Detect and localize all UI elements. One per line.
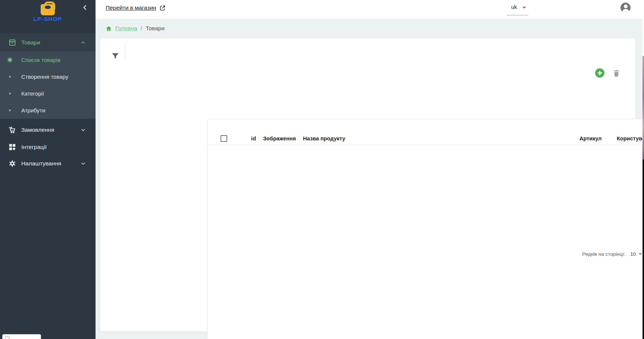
products-box-icon: [8, 38, 16, 47]
caret-down-icon: [522, 7, 526, 9]
bullet-icon: [8, 58, 12, 62]
column-header-category[interactable]: Користува...: [617, 136, 644, 141]
bullet-icon: [9, 76, 11, 78]
sidebar-item-attributes[interactable]: Атрибути: [0, 102, 96, 119]
screen-edge-artifact: [643, 0, 644, 339]
sidebar-divider: [0, 118, 96, 119]
sidebar-item-create-product[interactable]: Створення товару: [0, 68, 96, 85]
language-select[interactable]: uk: [507, 4, 528, 10]
language-value: uk: [507, 4, 517, 10]
pagination: Рядків на сторінці: 10 1–10 з 10: [207, 145, 644, 339]
sidebar-item-categories[interactable]: Категорії: [0, 85, 96, 102]
chevron-up-icon: [81, 40, 86, 45]
table-toolbar: ЕКСПОРТ: [207, 119, 644, 132]
column-header-sku[interactable]: Артикул: [579, 136, 602, 141]
sidebar-item-label: Атрибути: [21, 107, 45, 113]
sidebar-item-label: Категорії: [21, 90, 44, 97]
sidebar-group-label: Інтеграції: [21, 144, 47, 150]
caret-down-icon: [638, 253, 642, 255]
home-icon[interactable]: [106, 25, 112, 32]
sidebar-group-orders[interactable]: Замовлення: [0, 121, 96, 139]
breadcrumb-separator: /: [141, 25, 142, 32]
filter-funnel-icon[interactable]: [110, 51, 120, 61]
sidebar-group-label: Замовлення: [21, 127, 54, 133]
sidebar-collapse-button[interactable]: [80, 2, 90, 13]
bullet-icon: [9, 93, 11, 94]
rows-per-page-select[interactable]: 10: [630, 251, 642, 257]
shop-bag-logo-icon: [41, 4, 55, 15]
table-header-row: id Зображення Назва продукту Артикул Кор…: [207, 132, 644, 145]
filter-divider: [125, 42, 125, 60]
integrations-grid-icon: [8, 143, 16, 151]
sidebar-group-label: Налаштування: [21, 160, 61, 167]
sidebar-item-label: Створення товару: [21, 74, 68, 80]
topbar: Перейти в магазин uk: [96, 0, 644, 19]
external-link-icon: [159, 5, 166, 11]
go-to-shop-link[interactable]: Перейти в магазин: [106, 4, 166, 11]
sidebar-group-integrations[interactable]: Інтеграції: [0, 139, 96, 156]
chevron-down-icon: [81, 161, 86, 166]
chevron-down-icon: [81, 127, 86, 133]
add-product-button[interactable]: [595, 68, 604, 78]
sidebar-group-label: Товари: [21, 39, 40, 46]
translate-tooltip: [2, 334, 41, 339]
select-underline: [507, 15, 528, 15]
cart-plus-icon: [8, 126, 16, 134]
sidebar-group-settings[interactable]: Налаштування: [0, 155, 96, 172]
column-header-id[interactable]: id: [207, 136, 256, 141]
logo-text: LP-SHOP: [0, 16, 96, 22]
translate-icon: [5, 336, 9, 339]
column-header-name[interactable]: Назва продукту: [303, 136, 345, 141]
column-header-image[interactable]: Зображення: [263, 136, 296, 141]
sidebar: LP-SHOP Товари Список товарів Створення …: [0, 0, 96, 339]
delete-trash-icon[interactable]: [612, 69, 620, 78]
go-to-shop-label: Перейти в магазин: [106, 4, 156, 11]
chevron-left-icon: [82, 4, 88, 10]
breadcrumb: Головна / Товари: [106, 25, 165, 32]
bullet-icon: [9, 109, 11, 111]
sidebar-submenu-products: Список товарів Створення товару Категорі…: [0, 52, 96, 118]
products-panel: ЕКСПОРТ id Зображення Назва продукту Арт…: [100, 38, 635, 332]
sidebar-group-products[interactable]: Товари: [0, 33, 96, 52]
breadcrumb-home-link[interactable]: Головна: [115, 25, 137, 32]
account-avatar-icon[interactable]: [620, 3, 631, 13]
rows-per-page-value: 10: [630, 251, 636, 257]
sidebar-item-product-list[interactable]: Список товарів: [0, 52, 96, 68]
rows-per-page-label: Рядків на сторінці:: [582, 251, 625, 257]
products-table-card: ЕКСПОРТ id Зображення Назва продукту Арт…: [207, 119, 644, 339]
breadcrumb-current: Товари: [146, 25, 165, 32]
gear-icon: [8, 159, 16, 168]
sidebar-item-label: Список товарів: [21, 57, 60, 63]
